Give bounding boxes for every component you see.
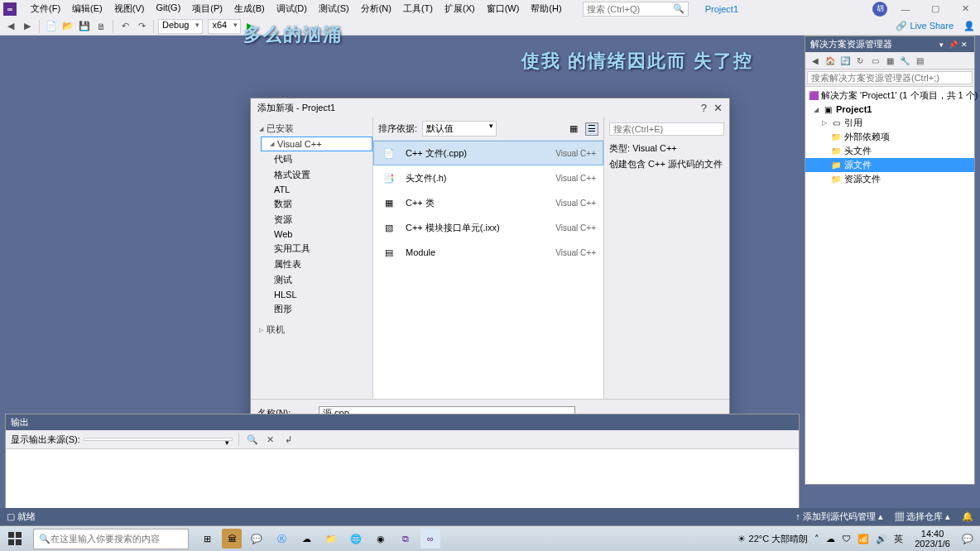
new-file-button[interactable]: 📄: [44, 19, 59, 34]
dialog-help-button[interactable]: ?: [701, 102, 707, 114]
sol-collapse-icon[interactable]: ▭: [868, 54, 882, 67]
sidebar-sub-属性表[interactable]: 属性表: [251, 256, 372, 272]
sidebar-sub-Web[interactable]: Web: [251, 228, 372, 241]
tray-ime-label[interactable]: 英: [894, 533, 903, 545]
taskbar-app-4-icon[interactable]: ☁: [296, 529, 316, 549]
tree-item-源文件[interactable]: 📁源文件: [805, 158, 974, 172]
template-search-input[interactable]: [609, 122, 724, 136]
sidebar-sub-ATL[interactable]: ATL: [251, 183, 372, 196]
save-all-button[interactable]: 🗎: [94, 19, 108, 34]
taskbar-explorer-icon[interactable]: 📁: [321, 529, 341, 549]
sidebar-installed[interactable]: 已安装: [251, 121, 372, 137]
sidebar-sub-实用工具[interactable]: 实用工具: [251, 241, 372, 256]
template-item[interactable]: ▤ModuleVisual C++: [373, 240, 603, 265]
close-button[interactable]: ✕: [954, 1, 977, 17]
live-share-button[interactable]: 🔗 Live Share: [889, 21, 960, 31]
save-button[interactable]: 💾: [77, 19, 92, 34]
sol-sync-icon[interactable]: 🔄: [838, 54, 852, 67]
windows-search-input[interactable]: [50, 534, 183, 544]
taskbar-app-3-icon[interactable]: Ⓚ: [271, 529, 291, 549]
quick-search[interactable]: 🔍: [583, 2, 689, 17]
output-text-area[interactable]: [6, 449, 799, 513]
quick-search-input[interactable]: [587, 4, 673, 14]
sidebar-online[interactable]: 联机: [251, 322, 372, 338]
panel-dropdown-button[interactable]: ▾: [936, 40, 946, 50]
windows-search[interactable]: 🔍: [33, 529, 189, 549]
taskbar-app-1-icon[interactable]: 🏛: [222, 529, 242, 549]
undo-button[interactable]: ↶: [118, 19, 132, 34]
tree-item-引用[interactable]: ▷▭引用: [805, 116, 974, 130]
project-item[interactable]: ◢ ▣ Project1: [805, 103, 974, 116]
maximize-button[interactable]: ▢: [924, 1, 947, 17]
feedback-button[interactable]: 👤: [962, 19, 977, 34]
menu-工具(T)[interactable]: 工具(T): [397, 0, 439, 17]
menu-测试(S)[interactable]: 测试(S): [313, 0, 355, 17]
weather-widget[interactable]: ☀ 22°C 大部晴朗: [737, 533, 809, 545]
menu-项目(P)[interactable]: 项目(P): [186, 0, 228, 17]
sol-preview-icon[interactable]: ▤: [913, 54, 926, 67]
sidebar-sub-格式设置[interactable]: 格式设置: [251, 167, 372, 183]
expand-arrow-icon[interactable]: ◢: [814, 106, 822, 113]
taskbar-app-2-icon[interactable]: 💬: [247, 529, 267, 549]
notifications-icon[interactable]: 💬: [962, 534, 973, 544]
dialog-close-button[interactable]: ✕: [713, 102, 723, 114]
sol-home-icon[interactable]: 🏠: [824, 54, 837, 67]
status-select-repo[interactable]: ▦ 选择仓库 ▴: [895, 510, 950, 523]
config-combo[interactable]: Debug: [158, 19, 203, 34]
back-button[interactable]: ◀: [3, 19, 18, 34]
panel-pin-button[interactable]: 📌: [948, 40, 958, 50]
sidebar-sub-图形[interactable]: 图形: [251, 301, 372, 317]
sidebar-sub-数据[interactable]: 数据: [251, 196, 372, 212]
sol-refresh-icon[interactable]: ↻: [853, 54, 867, 67]
menu-Git(G)[interactable]: Git(G): [150, 0, 186, 17]
system-clock[interactable]: 14:40 2023/1/6: [910, 529, 955, 549]
status-bell-icon[interactable]: 🔔: [962, 511, 973, 522]
menu-视图(V)[interactable]: 视图(V): [108, 0, 151, 17]
sol-properties-icon[interactable]: 🔧: [898, 54, 911, 67]
sidebar-sub-测试[interactable]: 测试: [251, 272, 372, 288]
view-icons-button[interactable]: ▦: [567, 122, 580, 136]
taskview-icon[interactable]: ⊞: [197, 529, 217, 549]
menu-调试(D)[interactable]: 调试(D): [271, 0, 313, 17]
output-find-icon[interactable]: 🔍: [245, 432, 260, 447]
sort-combo[interactable]: 默认值: [422, 121, 497, 137]
user-avatar-icon[interactable]: 胡: [872, 2, 887, 17]
menu-编辑(E)[interactable]: 编辑(E): [66, 0, 108, 17]
menu-文件(F)[interactable]: 文件(F): [25, 0, 66, 17]
taskbar-vs-icon[interactable]: ∞: [420, 529, 440, 549]
menu-分析(N)[interactable]: 分析(N): [355, 0, 397, 17]
status-add-source-control[interactable]: ↑ 添加到源代码管理 ▴: [795, 510, 883, 523]
sidebar-sub-代码[interactable]: 代码: [251, 151, 372, 167]
taskbar-edge-icon[interactable]: 🌐: [346, 529, 366, 549]
template-item[interactable]: 📑头文件(.h)Visual C++: [373, 165, 603, 190]
redo-button[interactable]: ↷: [134, 19, 149, 34]
taskbar-vscode-icon[interactable]: ⧉: [396, 529, 416, 549]
view-list-button[interactable]: ☰: [585, 122, 598, 136]
panel-close-button[interactable]: ✕: [959, 40, 969, 50]
template-item[interactable]: 📄C++ 文件(.cpp)Visual C++: [373, 141, 603, 165]
menu-生成(B)[interactable]: 生成(B): [228, 0, 271, 17]
menu-扩展(X)[interactable]: 扩展(X): [439, 0, 481, 17]
solution-search[interactable]: [805, 69, 974, 87]
tree-item-外部依赖项[interactable]: 📁外部依赖项: [805, 130, 974, 144]
forward-button[interactable]: ▶: [20, 19, 35, 34]
sidebar-vcpp[interactable]: Visual C++: [261, 137, 372, 151]
template-item[interactable]: ▧C++ 模块接口单元(.ixx)Visual C++: [373, 215, 603, 240]
start-button[interactable]: [0, 526, 30, 552]
platform-combo[interactable]: x64: [208, 19, 241, 34]
tree-item-头文件[interactable]: 📁头文件: [805, 144, 974, 158]
sol-showall-icon[interactable]: ▦: [883, 54, 896, 67]
menu-帮助(H)[interactable]: 帮助(H): [525, 0, 567, 17]
output-clear-icon[interactable]: ✕: [263, 432, 278, 447]
tray-network-icon[interactable]: 📶: [858, 534, 869, 544]
minimize-button[interactable]: —: [894, 1, 917, 17]
menu-窗口(W)[interactable]: 窗口(W): [481, 0, 526, 17]
output-wrap-icon[interactable]: ↲: [281, 432, 296, 447]
sidebar-sub-资源[interactable]: 资源: [251, 212, 372, 228]
tree-item-资源文件[interactable]: 📁资源文件: [805, 172, 974, 186]
tray-volume-icon[interactable]: 🔊: [876, 534, 887, 544]
sol-back-icon[interactable]: ◀: [809, 54, 822, 67]
solution-search-input[interactable]: [807, 71, 973, 84]
open-file-button[interactable]: 📂: [60, 19, 75, 34]
solution-root-item[interactable]: 🟪 解决方案 'Project1' (1 个项目，共 1 个): [805, 89, 974, 103]
